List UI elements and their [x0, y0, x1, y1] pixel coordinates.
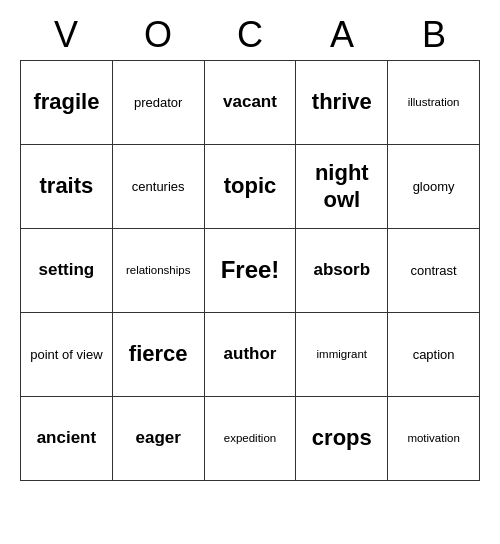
- bingo-cell: centuries: [113, 145, 205, 229]
- cell-text: night owl: [300, 160, 383, 213]
- bingo-cell: topic: [205, 145, 297, 229]
- cell-text: fierce: [129, 341, 188, 367]
- bingo-cell: vacant: [205, 61, 297, 145]
- bingo-cell: relationships: [113, 229, 205, 313]
- cell-text: gloomy: [413, 179, 455, 195]
- header-letter: B: [388, 10, 480, 60]
- cell-text: crops: [312, 425, 372, 451]
- cell-text: contrast: [410, 263, 456, 279]
- bingo-cell: caption: [388, 313, 480, 397]
- cell-text: traits: [40, 173, 94, 199]
- cell-text: illustration: [408, 96, 460, 110]
- bingo-cell: thrive: [296, 61, 388, 145]
- bingo-header: VOCAB: [20, 10, 480, 60]
- cell-text: setting: [39, 260, 95, 280]
- cell-text: centuries: [132, 179, 185, 195]
- cell-text: eager: [136, 428, 181, 448]
- cell-text: thrive: [312, 89, 372, 115]
- bingo-cell: night owl: [296, 145, 388, 229]
- cell-text: expedition: [224, 432, 276, 446]
- bingo-grid: fragilepredatorvacantthriveillustrationt…: [20, 60, 480, 481]
- cell-text: Free!: [221, 256, 280, 285]
- bingo-cell: predator: [113, 61, 205, 145]
- bingo-cell: fragile: [21, 61, 113, 145]
- bingo-cell: author: [205, 313, 297, 397]
- bingo-cell: eager: [113, 397, 205, 481]
- bingo-card: VOCAB fragilepredatorvacantthriveillustr…: [20, 10, 480, 481]
- header-letter: A: [296, 10, 388, 60]
- bingo-cell: crops: [296, 397, 388, 481]
- bingo-cell: fierce: [113, 313, 205, 397]
- bingo-cell: Free!: [205, 229, 297, 313]
- cell-text: ancient: [37, 428, 97, 448]
- bingo-cell: contrast: [388, 229, 480, 313]
- header-letter: C: [204, 10, 296, 60]
- cell-text: predator: [134, 95, 182, 111]
- bingo-cell: traits: [21, 145, 113, 229]
- bingo-cell: setting: [21, 229, 113, 313]
- cell-text: motivation: [407, 432, 459, 446]
- header-letter: O: [112, 10, 204, 60]
- cell-text: immigrant: [317, 348, 367, 362]
- cell-text: caption: [413, 347, 455, 363]
- bingo-cell: motivation: [388, 397, 480, 481]
- bingo-cell: illustration: [388, 61, 480, 145]
- bingo-cell: absorb: [296, 229, 388, 313]
- cell-text: point of view: [30, 347, 102, 363]
- bingo-cell: ancient: [21, 397, 113, 481]
- cell-text: topic: [224, 173, 277, 199]
- bingo-cell: immigrant: [296, 313, 388, 397]
- cell-text: author: [224, 344, 277, 364]
- cell-text: fragile: [33, 89, 99, 115]
- cell-text: absorb: [313, 260, 370, 280]
- bingo-cell: gloomy: [388, 145, 480, 229]
- bingo-cell: point of view: [21, 313, 113, 397]
- cell-text: vacant: [223, 92, 277, 112]
- cell-text: relationships: [126, 264, 191, 278]
- header-letter: V: [20, 10, 112, 60]
- bingo-cell: expedition: [205, 397, 297, 481]
